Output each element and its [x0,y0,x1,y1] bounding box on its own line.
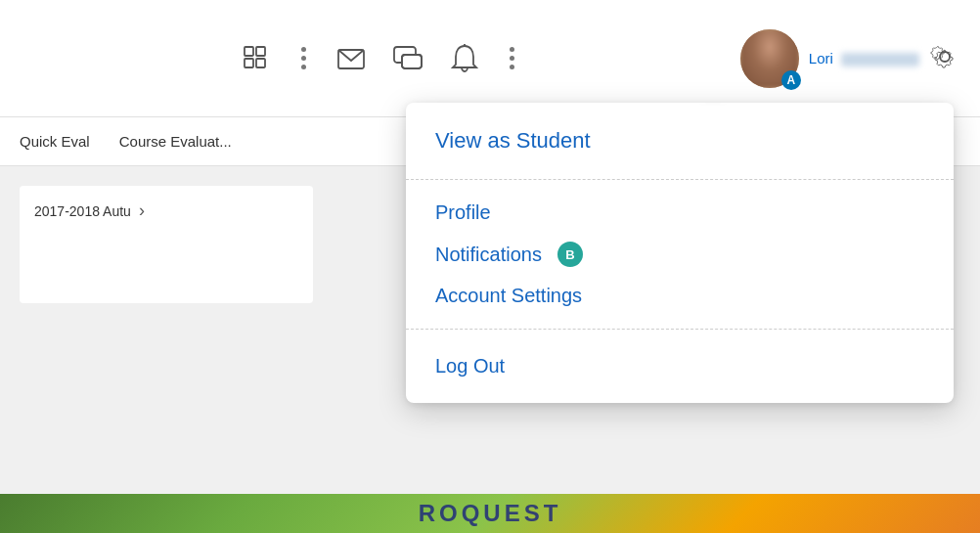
avatar-container: A [740,29,799,88]
log-out-link[interactable]: Log Out [435,351,924,381]
user-last-name-blurred [841,53,919,67]
account-settings-label: Account Settings [435,285,582,307]
user-name: Lori [809,50,919,67]
user-first-name: Lori [809,50,833,67]
year-label: 2017-2018 Autu › [34,200,298,221]
log-out-label: Log Out [435,355,505,378]
view-as-student-label: View as Student [435,128,591,154]
chat-button[interactable] [388,39,427,78]
notifications-button[interactable] [445,39,484,78]
account-settings-link[interactable]: Account Settings [435,281,924,311]
bottom-text: roquest [419,500,562,527]
bottom-banner: roquest [0,494,980,533]
svg-rect-2 [245,59,253,67]
nav-item-course-eval[interactable]: Course Evaluat... [119,121,232,161]
notifications-link[interactable]: Notifications B [435,238,924,271]
apps-button[interactable] [237,39,276,78]
content-card: 2017-2018 Autu › [20,186,313,303]
menu-section-middle: Profile Notifications B Account Settings [406,179,954,330]
notifications-item: Notifications B [435,238,924,271]
separator-dots-2 [502,43,522,73]
messages-button[interactable] [332,39,371,78]
svg-rect-6 [402,55,422,68]
notifications-badge: B [557,242,583,267]
mail-icon [335,43,367,74]
svg-rect-3 [256,59,265,67]
menu-section-bottom: Log Out [406,330,954,403]
separator-dots-1 [293,43,314,73]
svg-point-9 [940,52,950,62]
view-as-student-link[interactable]: View as Student [435,124,924,157]
user-area[interactable]: A Lori [740,29,919,88]
profile-link[interactable]: Profile [435,198,924,228]
menu-section-top: View as Student [406,103,954,179]
header: A Lori [0,0,980,117]
svg-rect-0 [245,47,253,56]
notifications-label: Notifications [435,244,542,266]
year-text: 2017-2018 Autu [34,203,131,219]
profile-label: Profile [435,201,491,224]
nav-item-quick-eval[interactable]: Quick Eval [20,121,90,161]
gear-icon [929,41,960,72]
chat-icon [392,43,423,74]
profile-item: Profile [435,198,924,228]
settings-button[interactable] [929,41,960,75]
svg-rect-1 [256,47,265,56]
dropdown-menu: View as Student Profile Notifications B … [406,103,954,403]
account-settings-item: Account Settings [435,281,924,311]
apps-icon [241,43,272,74]
chevron-right-icon[interactable]: › [139,200,145,221]
bell-icon [449,43,480,74]
avatar-badge: A [781,70,801,90]
header-icon-group [20,39,740,78]
